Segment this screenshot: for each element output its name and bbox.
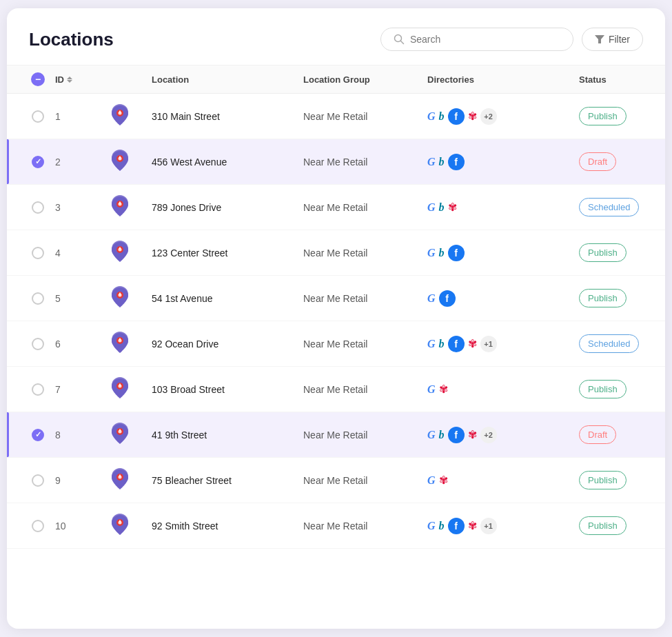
cell-location: 310 Main Street [152, 111, 303, 122]
row-checkbox-cell[interactable] [21, 292, 55, 305]
location-pin-icon [110, 422, 130, 445]
row-checkbox-cell[interactable] [21, 110, 55, 123]
header-actions: Filter [380, 28, 643, 51]
search-input[interactable] [410, 34, 560, 45]
yelp-icon: ✾ [468, 110, 477, 123]
status-badge: Publish [579, 516, 627, 535]
cell-status: Publish [579, 516, 662, 535]
cell-directories: Gf [427, 290, 579, 307]
row-checkbox[interactable] [32, 474, 44, 487]
row-checkbox[interactable] [32, 201, 44, 214]
cell-directories: G✾ [427, 383, 579, 396]
table-row: 9 75 Bleacher Street Near Me Retail G✾ P… [7, 458, 665, 503]
cell-group: Near Me Retail [303, 111, 427, 122]
cell-location: 103 Broad Street [152, 384, 303, 395]
cell-group: Near Me Retail [303, 247, 427, 259]
col-group: Location Group [303, 74, 427, 85]
google-icon: G [427, 520, 436, 532]
filter-label: Filter [609, 34, 630, 45]
header-checkbox-cell[interactable] [21, 72, 55, 86]
row-checkbox[interactable] [32, 292, 44, 305]
cell-id: 1 [55, 111, 110, 122]
cell-pin [110, 285, 152, 311]
cell-location: 456 West Avenue [152, 156, 303, 168]
row-checkbox-cell[interactable] [21, 156, 55, 168]
select-all-checkbox[interactable] [31, 72, 45, 86]
sort-icon[interactable] [67, 77, 72, 83]
extra-dirs: +2 [480, 108, 497, 125]
cell-status: Draft [579, 425, 662, 444]
row-checkbox[interactable] [32, 520, 44, 532]
cell-pin [110, 149, 152, 174]
row-checkbox[interactable] [32, 383, 44, 396]
cell-status: Publish [579, 107, 662, 125]
row-checkbox[interactable] [32, 156, 44, 168]
cell-directories: Gb✾ [427, 201, 579, 214]
table-row: 6 92 Ocean Drive Near Me Retail Gbf✾+1 S… [7, 321, 665, 367]
bing-icon: b [439, 156, 445, 168]
cell-group: Near Me Retail [303, 338, 427, 350]
row-checkbox[interactable] [32, 338, 44, 350]
col-status: Status [579, 74, 662, 85]
table-body: 1 310 Main Street Near Me Retail Gbf✾+2 … [7, 94, 665, 549]
cell-location: 75 Bleacher Street [152, 475, 303, 486]
location-pin-icon [110, 149, 130, 172]
status-badge: Publish [579, 471, 627, 489]
location-pin-icon [110, 467, 130, 491]
location-pin-icon [110, 240, 130, 263]
yelp-icon: ✾ [439, 383, 448, 396]
yelp-icon: ✾ [468, 337, 477, 350]
row-checkbox[interactable] [32, 247, 44, 259]
location-pin-icon [110, 513, 130, 536]
cell-location: 41 9th Street [152, 429, 303, 441]
cell-group: Near Me Retail [303, 293, 427, 304]
cell-location: 123 Center Street [152, 247, 303, 259]
cell-group: Near Me Retail [303, 384, 427, 395]
cell-location: 789 Jones Drive [152, 202, 303, 213]
cell-status: Scheduled [579, 198, 662, 216]
cell-pin [110, 194, 152, 220]
cell-directories: Gbf✾+2 [427, 427, 579, 443]
google-icon: G [427, 201, 436, 214]
cell-pin [110, 240, 152, 265]
cell-status: Draft [579, 152, 662, 171]
extra-dirs: +1 [480, 518, 497, 534]
table-header: ID Location Location Group Directories S… [7, 65, 665, 94]
row-checkbox[interactable] [32, 429, 44, 441]
facebook-icon: f [448, 245, 465, 261]
location-pin-icon [110, 194, 130, 218]
col-directories: Directories [427, 74, 579, 85]
cell-pin [110, 467, 152, 493]
status-badge: Draft [579, 425, 616, 444]
cell-id: 9 [55, 475, 110, 486]
cell-id: 6 [55, 338, 110, 350]
cell-id: 10 [55, 520, 110, 532]
cell-directories: Gbf✾+1 [427, 518, 579, 534]
location-pin-icon [110, 103, 130, 127]
row-checkbox-cell[interactable] [21, 338, 55, 350]
filter-button[interactable]: Filter [582, 28, 643, 51]
row-checkbox-cell[interactable] [21, 474, 55, 487]
table-row: 1 310 Main Street Near Me Retail Gbf✾+2 … [7, 94, 665, 139]
cell-group: Near Me Retail [303, 475, 427, 486]
cell-group: Near Me Retail [303, 156, 427, 168]
row-checkbox-cell[interactable] [21, 201, 55, 214]
row-checkbox-cell[interactable] [21, 383, 55, 396]
cell-directories: Gbf✾+1 [427, 336, 579, 352]
google-icon: G [427, 156, 436, 168]
row-checkbox-cell[interactable] [21, 247, 55, 259]
table-row: 3 789 Jones Drive Near Me Retail Gb✾ Sch… [7, 185, 665, 230]
svg-marker-2 [595, 35, 604, 43]
col-id: ID [55, 74, 110, 85]
cell-location: 92 Ocean Drive [152, 338, 303, 350]
row-checkbox-cell[interactable] [21, 429, 55, 441]
cell-directories: Gbf [427, 245, 579, 261]
google-icon: G [427, 383, 436, 396]
row-checkbox-cell[interactable] [21, 520, 55, 532]
row-checkbox[interactable] [32, 110, 44, 123]
cell-status: Publish [579, 243, 662, 262]
bing-icon: b [439, 429, 445, 441]
cell-pin [110, 422, 152, 447]
search-bar[interactable] [380, 28, 573, 51]
cell-directories: Gbf [427, 154, 579, 170]
